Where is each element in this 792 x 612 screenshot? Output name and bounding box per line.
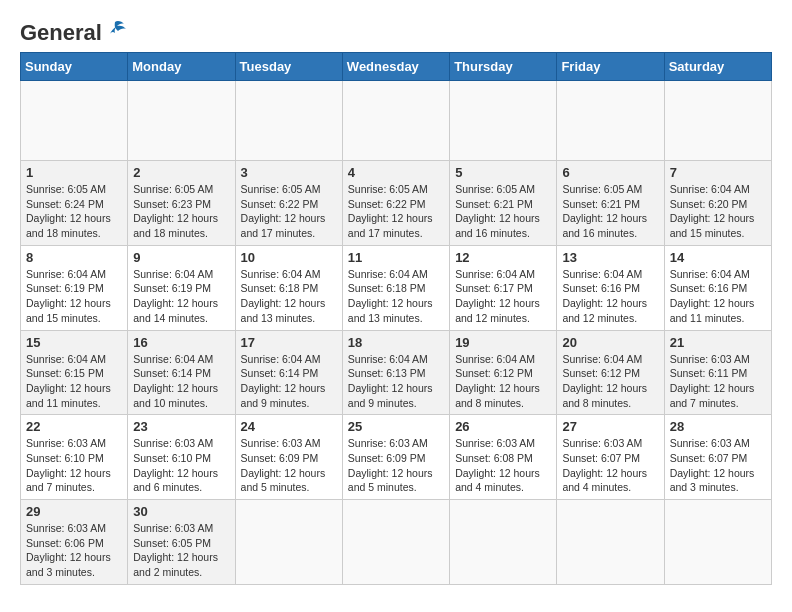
- day-info: Sunrise: 6:05 AMSunset: 6:21 PMDaylight:…: [455, 182, 551, 241]
- day-info: Sunrise: 6:04 AMSunset: 6:18 PMDaylight:…: [241, 267, 337, 326]
- calendar-cell: [235, 81, 342, 161]
- day-info: Sunrise: 6:04 AMSunset: 6:13 PMDaylight:…: [348, 352, 444, 411]
- day-info: Sunrise: 6:03 AMSunset: 6:07 PMDaylight:…: [670, 436, 766, 495]
- calendar-cell: 7Sunrise: 6:04 AMSunset: 6:20 PMDaylight…: [664, 161, 771, 246]
- day-info: Sunrise: 6:04 AMSunset: 6:12 PMDaylight:…: [562, 352, 658, 411]
- calendar-cell: [664, 500, 771, 585]
- calendar-cell: 16Sunrise: 6:04 AMSunset: 6:14 PMDayligh…: [128, 330, 235, 415]
- page-header: General: [20, 20, 772, 42]
- day-number: 10: [241, 250, 337, 265]
- day-number: 26: [455, 419, 551, 434]
- day-number: 23: [133, 419, 229, 434]
- calendar-cell: [557, 500, 664, 585]
- day-info: Sunrise: 6:04 AMSunset: 6:16 PMDaylight:…: [670, 267, 766, 326]
- day-header-monday: Monday: [128, 53, 235, 81]
- day-header-tuesday: Tuesday: [235, 53, 342, 81]
- calendar-cell: 24Sunrise: 6:03 AMSunset: 6:09 PMDayligh…: [235, 415, 342, 500]
- calendar-cell: [450, 81, 557, 161]
- day-info: Sunrise: 6:04 AMSunset: 6:20 PMDaylight:…: [670, 182, 766, 241]
- day-number: 7: [670, 165, 766, 180]
- day-info: Sunrise: 6:05 AMSunset: 6:22 PMDaylight:…: [241, 182, 337, 241]
- day-number: 29: [26, 504, 122, 519]
- day-info: Sunrise: 6:03 AMSunset: 6:09 PMDaylight:…: [241, 436, 337, 495]
- calendar-week-row: 22Sunrise: 6:03 AMSunset: 6:10 PMDayligh…: [21, 415, 772, 500]
- day-number: 30: [133, 504, 229, 519]
- day-number: 17: [241, 335, 337, 350]
- day-number: 4: [348, 165, 444, 180]
- calendar-cell: 23Sunrise: 6:03 AMSunset: 6:10 PMDayligh…: [128, 415, 235, 500]
- day-number: 9: [133, 250, 229, 265]
- calendar-cell: 12Sunrise: 6:04 AMSunset: 6:17 PMDayligh…: [450, 245, 557, 330]
- calendar-cell: 29Sunrise: 6:03 AMSunset: 6:06 PMDayligh…: [21, 500, 128, 585]
- day-number: 1: [26, 165, 122, 180]
- calendar-cell: [235, 500, 342, 585]
- calendar-cell: [342, 81, 449, 161]
- calendar-cell: 25Sunrise: 6:03 AMSunset: 6:09 PMDayligh…: [342, 415, 449, 500]
- day-info: Sunrise: 6:03 AMSunset: 6:08 PMDaylight:…: [455, 436, 551, 495]
- day-info: Sunrise: 6:04 AMSunset: 6:17 PMDaylight:…: [455, 267, 551, 326]
- day-header-friday: Friday: [557, 53, 664, 81]
- calendar-cell: 21Sunrise: 6:03 AMSunset: 6:11 PMDayligh…: [664, 330, 771, 415]
- day-header-sunday: Sunday: [21, 53, 128, 81]
- day-info: Sunrise: 6:04 AMSunset: 6:16 PMDaylight:…: [562, 267, 658, 326]
- day-number: 2: [133, 165, 229, 180]
- calendar-cell: [342, 500, 449, 585]
- calendar-cell: 30Sunrise: 6:03 AMSunset: 6:05 PMDayligh…: [128, 500, 235, 585]
- calendar-cell: [21, 81, 128, 161]
- logo-general: General: [20, 20, 102, 46]
- day-info: Sunrise: 6:04 AMSunset: 6:18 PMDaylight:…: [348, 267, 444, 326]
- calendar-table: SundayMondayTuesdayWednesdayThursdayFrid…: [20, 52, 772, 585]
- day-number: 5: [455, 165, 551, 180]
- calendar-cell: 5Sunrise: 6:05 AMSunset: 6:21 PMDaylight…: [450, 161, 557, 246]
- day-number: 6: [562, 165, 658, 180]
- calendar-cell: 15Sunrise: 6:04 AMSunset: 6:15 PMDayligh…: [21, 330, 128, 415]
- calendar-week-row: 29Sunrise: 6:03 AMSunset: 6:06 PMDayligh…: [21, 500, 772, 585]
- day-header-wednesday: Wednesday: [342, 53, 449, 81]
- day-info: Sunrise: 6:03 AMSunset: 6:07 PMDaylight:…: [562, 436, 658, 495]
- calendar-cell: [557, 81, 664, 161]
- day-number: 13: [562, 250, 658, 265]
- day-number: 24: [241, 419, 337, 434]
- calendar-cell: 9Sunrise: 6:04 AMSunset: 6:19 PMDaylight…: [128, 245, 235, 330]
- day-info: Sunrise: 6:04 AMSunset: 6:19 PMDaylight:…: [26, 267, 122, 326]
- calendar-week-row: 8Sunrise: 6:04 AMSunset: 6:19 PMDaylight…: [21, 245, 772, 330]
- day-number: 14: [670, 250, 766, 265]
- calendar-cell: 1Sunrise: 6:05 AMSunset: 6:24 PMDaylight…: [21, 161, 128, 246]
- calendar-cell: 18Sunrise: 6:04 AMSunset: 6:13 PMDayligh…: [342, 330, 449, 415]
- calendar-cell: 4Sunrise: 6:05 AMSunset: 6:22 PMDaylight…: [342, 161, 449, 246]
- calendar-cell: 8Sunrise: 6:04 AMSunset: 6:19 PMDaylight…: [21, 245, 128, 330]
- logo-bird-icon: [104, 20, 126, 42]
- day-info: Sunrise: 6:04 AMSunset: 6:15 PMDaylight:…: [26, 352, 122, 411]
- calendar-cell: 2Sunrise: 6:05 AMSunset: 6:23 PMDaylight…: [128, 161, 235, 246]
- day-number: 28: [670, 419, 766, 434]
- day-number: 21: [670, 335, 766, 350]
- day-info: Sunrise: 6:04 AMSunset: 6:14 PMDaylight:…: [241, 352, 337, 411]
- day-info: Sunrise: 6:03 AMSunset: 6:05 PMDaylight:…: [133, 521, 229, 580]
- calendar-cell: 28Sunrise: 6:03 AMSunset: 6:07 PMDayligh…: [664, 415, 771, 500]
- day-number: 12: [455, 250, 551, 265]
- day-info: Sunrise: 6:05 AMSunset: 6:21 PMDaylight:…: [562, 182, 658, 241]
- day-info: Sunrise: 6:05 AMSunset: 6:23 PMDaylight:…: [133, 182, 229, 241]
- calendar-cell: 13Sunrise: 6:04 AMSunset: 6:16 PMDayligh…: [557, 245, 664, 330]
- day-info: Sunrise: 6:03 AMSunset: 6:10 PMDaylight:…: [133, 436, 229, 495]
- day-info: Sunrise: 6:04 AMSunset: 6:12 PMDaylight:…: [455, 352, 551, 411]
- day-info: Sunrise: 6:05 AMSunset: 6:24 PMDaylight:…: [26, 182, 122, 241]
- calendar-week-row: [21, 81, 772, 161]
- logo: General: [20, 20, 126, 42]
- day-number: 22: [26, 419, 122, 434]
- calendar-cell: 19Sunrise: 6:04 AMSunset: 6:12 PMDayligh…: [450, 330, 557, 415]
- day-number: 11: [348, 250, 444, 265]
- calendar-cell: [450, 500, 557, 585]
- calendar-cell: 20Sunrise: 6:04 AMSunset: 6:12 PMDayligh…: [557, 330, 664, 415]
- calendar-cell: 11Sunrise: 6:04 AMSunset: 6:18 PMDayligh…: [342, 245, 449, 330]
- day-header-saturday: Saturday: [664, 53, 771, 81]
- calendar-cell: 10Sunrise: 6:04 AMSunset: 6:18 PMDayligh…: [235, 245, 342, 330]
- day-number: 15: [26, 335, 122, 350]
- calendar-cell: 17Sunrise: 6:04 AMSunset: 6:14 PMDayligh…: [235, 330, 342, 415]
- calendar-cell: [128, 81, 235, 161]
- day-info: Sunrise: 6:05 AMSunset: 6:22 PMDaylight:…: [348, 182, 444, 241]
- calendar-week-row: 15Sunrise: 6:04 AMSunset: 6:15 PMDayligh…: [21, 330, 772, 415]
- day-number: 3: [241, 165, 337, 180]
- day-info: Sunrise: 6:03 AMSunset: 6:06 PMDaylight:…: [26, 521, 122, 580]
- day-number: 8: [26, 250, 122, 265]
